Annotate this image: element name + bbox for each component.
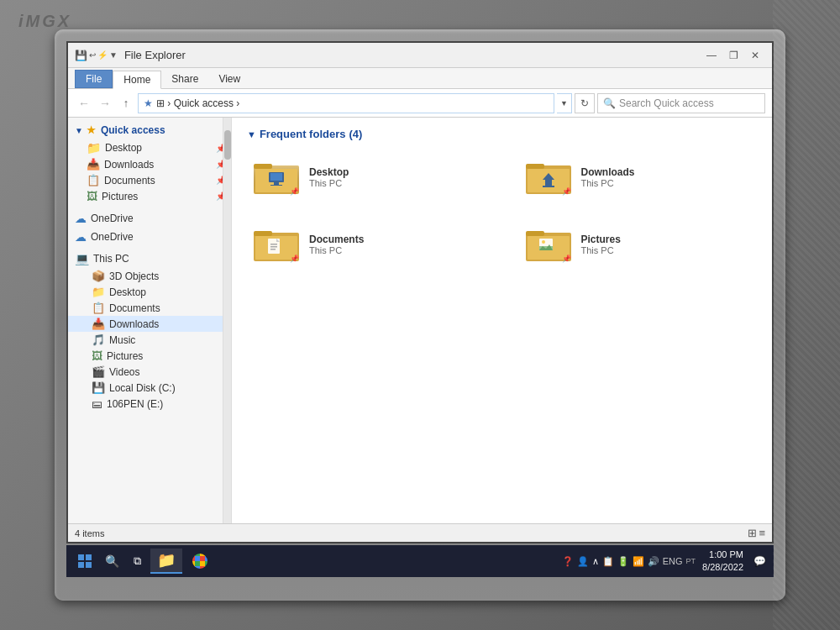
music-label: Music xyxy=(109,334,135,346)
folder-details-downloads: Downloads This PC xyxy=(581,166,635,188)
sidebar-item-pictures-quick[interactable]: 🖼 Pictures 📌 xyxy=(68,188,231,204)
folder-item-documents[interactable]: 📌 Documents This PC xyxy=(247,219,486,270)
pictures-pc-label: Pictures xyxy=(107,350,143,362)
view-list-button[interactable]: ≡ xyxy=(759,527,765,539)
videos-icon: 🎬 xyxy=(92,365,105,378)
sidebar-item-documents-pc[interactable]: 📋 Documents xyxy=(68,300,231,316)
folder-sub-downloads: This PC xyxy=(581,178,635,188)
folder-name-downloads: Downloads xyxy=(581,166,635,178)
main-area: ▼ ★ Quick access 📁 Desktop 📌 📥 Downloads… xyxy=(68,118,772,523)
sidebar-item-music[interactable]: 🎵 Music xyxy=(68,332,231,348)
desktop-pc-label: Desktop xyxy=(109,286,146,298)
folder-item-desktop[interactable]: 📌 Desktop This PC xyxy=(247,152,486,202)
sidebar-item-downloads-pc[interactable]: 📥 Downloads xyxy=(68,316,231,332)
sidebar-item-videos[interactable]: 🎬 Videos xyxy=(68,364,231,380)
taskbar-taskview-button[interactable]: ⧉ xyxy=(125,549,149,573)
sidebar-item-downloads-quick[interactable]: 📥 Downloads 📌 xyxy=(68,156,231,172)
window-title: File Explorer xyxy=(124,49,701,61)
svg-rect-14 xyxy=(254,231,272,236)
sidebar-item-pictures-pc[interactable]: 🖼 Pictures xyxy=(68,348,231,364)
tab-home[interactable]: Home xyxy=(113,71,161,89)
close-button[interactable]: ✕ xyxy=(745,47,765,64)
taskbar-file-explorer-button[interactable]: 📁 xyxy=(150,549,182,574)
address-dropdown-button[interactable]: ▼ xyxy=(557,93,572,113)
folder-item-downloads[interactable]: 📌 Downloads This PC xyxy=(519,152,758,202)
onedrive-icon: ☁ xyxy=(75,212,87,225)
start-button[interactable] xyxy=(71,549,98,574)
tray-caret-icon[interactable]: ∧ xyxy=(592,556,599,567)
ribbon: File Home Share View xyxy=(68,68,772,89)
notification-button[interactable]: 💬 xyxy=(750,549,769,573)
clock-date: 8/28/2022 xyxy=(702,561,743,574)
sidebar-item-usb[interactable]: 🖴 106PEN (E:) xyxy=(68,396,231,412)
tray-wifi-icon[interactable]: 📶 xyxy=(633,556,644,567)
localdisk-label: Local Disk (C:) xyxy=(109,382,176,394)
folders-grid: 📌 Desktop This PC xyxy=(247,152,757,270)
sidebar-item-documents-quick[interactable]: 📋 Documents 📌 xyxy=(68,172,231,188)
folder-sub-pictures: This PC xyxy=(581,245,621,255)
usb-label: 106PEN (E:) xyxy=(107,398,163,410)
sidebar-item-localdisk[interactable]: 💾 Local Disk (C:) xyxy=(68,380,231,396)
documents-pc-icon: 📋 xyxy=(92,302,105,314)
onedrive2-icon: ☁ xyxy=(75,230,87,244)
taskbar-search-button[interactable]: 🔍 xyxy=(100,549,123,573)
view-grid-button[interactable]: ⊞ xyxy=(748,527,757,539)
onedrive1-label: OneDrive xyxy=(91,213,134,224)
tray-help-icon[interactable]: ❓ xyxy=(562,556,574,567)
tray-battery-icon[interactable]: 🔋 xyxy=(617,556,629,567)
folder-details-desktop: Desktop This PC xyxy=(309,166,349,188)
svg-rect-2 xyxy=(254,164,272,169)
status-bar: 4 items ⊞ ≡ xyxy=(68,523,772,542)
scrollbar-track[interactable] xyxy=(223,118,231,523)
taskbar-chrome-button[interactable] xyxy=(184,549,216,574)
minimize-button[interactable]: — xyxy=(701,47,722,64)
sidebar-item-desktop-pc[interactable]: 📁 Desktop xyxy=(68,284,231,300)
tray-clipboard-icon[interactable]: 📋 xyxy=(602,556,614,567)
taskbar-clock[interactable]: 1:00 PM 8/28/2022 xyxy=(697,549,748,575)
properties-icon[interactable]: ⚡ xyxy=(97,50,108,60)
search-icon: 🔍 xyxy=(603,97,616,109)
tab-view[interactable]: View xyxy=(208,70,250,88)
forward-button[interactable]: → xyxy=(96,94,114,113)
sidebar-item-3dobjects[interactable]: 📦 3D Objects xyxy=(68,268,231,284)
restore-button[interactable]: ❐ xyxy=(723,47,743,64)
undo-icon[interactable]: ↩ xyxy=(89,50,96,60)
tray-volume-icon[interactable]: 🔊 xyxy=(648,556,659,567)
chevron-down-icon: ▼ xyxy=(75,126,83,135)
sidebar-item-onedrive2[interactable]: ☁ OneDrive xyxy=(68,228,231,246)
svg-rect-31 xyxy=(86,562,92,568)
address-path: ⊞ › Quick access › xyxy=(156,97,239,109)
sidebar-item-desktop-quick[interactable]: 📁 Desktop 📌 xyxy=(68,139,231,156)
scrollbar-thumb[interactable] xyxy=(224,130,231,160)
address-input[interactable]: ★ ⊞ › Quick access › xyxy=(138,93,554,113)
this-pc-icon: 💻 xyxy=(75,252,89,265)
tab-file[interactable]: File xyxy=(75,70,113,88)
music-icon: 🎵 xyxy=(92,333,105,346)
monitor-bezel: 💾 ↩ ⚡ ▼ File Explorer — ❐ ✕ File Home Sh… xyxy=(55,29,785,601)
sidebar-section-quick-access[interactable]: ▼ ★ Quick access xyxy=(68,118,231,139)
folder-sub-desktop: This PC xyxy=(309,178,349,188)
section-chevron-icon: ▼ xyxy=(247,129,256,139)
up-button[interactable]: ↑ xyxy=(117,94,135,113)
sidebar-item-label: Documents xyxy=(104,175,155,186)
sidebar-item-onedrive1[interactable]: ☁ OneDrive xyxy=(68,209,231,228)
search-box[interactable]: 🔍 Search Quick access xyxy=(597,93,765,113)
3dobjects-label: 3D Objects xyxy=(109,270,159,282)
folder-item-pictures[interactable]: 📌 Pictures This PC xyxy=(519,219,758,270)
section-label: Frequent folders xyxy=(260,128,346,140)
refresh-button[interactable]: ↻ xyxy=(575,93,595,113)
downloads-pc-icon: 📥 xyxy=(92,318,105,330)
clock-time: 1:00 PM xyxy=(702,549,743,561)
tray-people-icon[interactable]: 👤 xyxy=(577,556,589,567)
svg-rect-9 xyxy=(526,164,544,169)
sidebar-item-this-pc[interactable]: 💻 This PC xyxy=(68,249,231,268)
svg-rect-12 xyxy=(543,186,554,187)
title-bar: 💾 ↩ ⚡ ▼ File Explorer — ❐ ✕ xyxy=(68,43,772,68)
videos-label: Videos xyxy=(109,366,139,378)
tab-share[interactable]: Share xyxy=(161,70,208,88)
back-button[interactable]: ← xyxy=(75,94,93,113)
svg-point-26 xyxy=(542,240,545,244)
search-placeholder: Search Quick access xyxy=(619,97,714,109)
documents-pc-label: Documents xyxy=(109,302,160,314)
dropdown-arrow-icon[interactable]: ▼ xyxy=(109,50,118,60)
